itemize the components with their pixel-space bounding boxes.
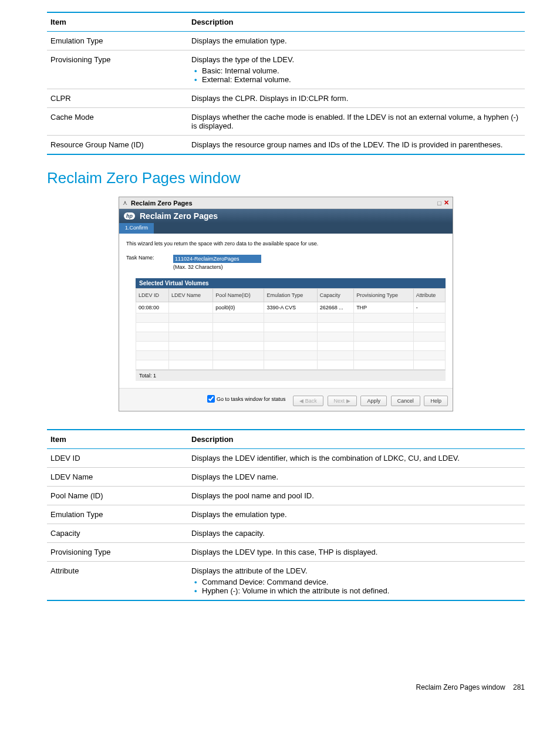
table-row: Emulation Type Displays the emulation ty… bbox=[47, 505, 525, 524]
col-pool[interactable]: Pool Name(ID) bbox=[213, 289, 264, 302]
apply-button[interactable]: Apply bbox=[360, 396, 387, 406]
grid-title: Selected Virtual Volumes bbox=[136, 278, 446, 288]
task-name-input[interactable] bbox=[173, 255, 261, 263]
grid-row bbox=[136, 323, 446, 332]
wizard-titlebar: ⋏ Reclaim Zero Pages □ ✕ bbox=[119, 197, 453, 209]
back-button[interactable]: ◀ Back bbox=[293, 396, 323, 406]
collapse-icon[interactable]: ⋏ bbox=[123, 199, 127, 207]
footer-text: Reclaim Zero Pages window bbox=[416, 683, 505, 691]
col-attribute[interactable]: Attribute bbox=[413, 289, 445, 302]
wizard-description: This wizard lets you return the space wi… bbox=[126, 241, 446, 247]
grid-row[interactable]: 00:08:00 pool0(0) 3390-A CVS 262668 ... … bbox=[136, 302, 446, 313]
reclaim-zero-pages-wizard: ⋏ Reclaim Zero Pages □ ✕ hp Reclaim Zero… bbox=[119, 197, 453, 411]
section-title: Reclaim Zero Pages window bbox=[47, 169, 525, 187]
table-row: Provisioning Type Displays the LDEV type… bbox=[47, 543, 525, 562]
wizard-banner: hp Reclaim Zero Pages bbox=[119, 209, 453, 223]
item-description-table-2: Item Description LDEV ID Displays the LD… bbox=[47, 429, 525, 601]
task-name-hint: (Max. 32 Characters) bbox=[173, 264, 261, 270]
page-footer: Reclaim Zero Pages window 281 bbox=[47, 683, 525, 691]
table-row: Cache Mode Displays whether the cache mo… bbox=[47, 108, 525, 136]
grid-row bbox=[136, 351, 446, 360]
go-to-tasks-label: Go to tasks window for status bbox=[217, 396, 286, 402]
banner-title: Reclaim Zero Pages bbox=[140, 211, 218, 221]
col-item: Item bbox=[47, 430, 188, 449]
table-row: Pool Name (ID) Displays the pool name an… bbox=[47, 487, 525, 505]
item-description-table-1: Item Description Emulation Type Displays… bbox=[47, 12, 525, 155]
table-row: Provisioning Type Displays the type of t… bbox=[47, 50, 525, 89]
col-ldev-name[interactable]: LDEV Name bbox=[169, 289, 213, 302]
selected-volumes-grid: LDEV ID LDEV Name Pool Name(ID) Emulatio… bbox=[136, 288, 446, 370]
grid-row bbox=[136, 360, 446, 370]
help-button[interactable]: Help bbox=[424, 396, 448, 406]
col-emulation[interactable]: Emulation Type bbox=[264, 289, 317, 302]
grid-row bbox=[136, 332, 446, 342]
wizard-action-bar: Go to tasks window for status ◀ Back Nex… bbox=[119, 388, 453, 411]
table-row: LDEV ID Displays the LDEV identifier, wh… bbox=[47, 449, 525, 468]
hp-logo-icon: hp bbox=[124, 212, 135, 220]
col-ldev-id[interactable]: LDEV ID bbox=[136, 289, 169, 302]
table-row: Emulation Type Displays the emulation ty… bbox=[47, 32, 525, 50]
col-desc: Description bbox=[188, 12, 525, 32]
col-item: Item bbox=[47, 12, 188, 32]
table-row: Attribute Displays the attribute of the … bbox=[47, 562, 525, 601]
task-name-label: Task Name: bbox=[126, 255, 173, 261]
close-icon[interactable]: ✕ bbox=[444, 199, 449, 207]
col-provisioning[interactable]: Provisioning Type bbox=[354, 289, 414, 302]
go-to-tasks-checkbox[interactable] bbox=[207, 395, 215, 403]
wizard-title: Reclaim Zero Pages bbox=[131, 200, 435, 207]
grid-row bbox=[136, 313, 446, 323]
col-desc: Description bbox=[188, 430, 525, 449]
cancel-button[interactable]: Cancel bbox=[391, 396, 420, 406]
col-capacity[interactable]: Capacity bbox=[317, 289, 353, 302]
grid-total: Total: 1 bbox=[136, 370, 446, 381]
next-button[interactable]: Next ▶ bbox=[328, 396, 357, 406]
table-row: LDEV Name Displays the LDEV name. bbox=[47, 468, 525, 487]
table-row: Capacity Displays the capacity. bbox=[47, 524, 525, 543]
maximize-icon[interactable]: □ bbox=[437, 200, 441, 207]
tab-confirm[interactable]: 1.Confirm bbox=[119, 223, 154, 234]
table-row: Resource Group Name (ID) Displays the re… bbox=[47, 136, 525, 155]
table-row: CLPR Displays the CLPR. Displays in ID:C… bbox=[47, 89, 525, 108]
wizard-tabs: 1.Confirm bbox=[119, 223, 453, 234]
grid-row bbox=[136, 342, 446, 351]
page-number: 281 bbox=[513, 683, 525, 691]
